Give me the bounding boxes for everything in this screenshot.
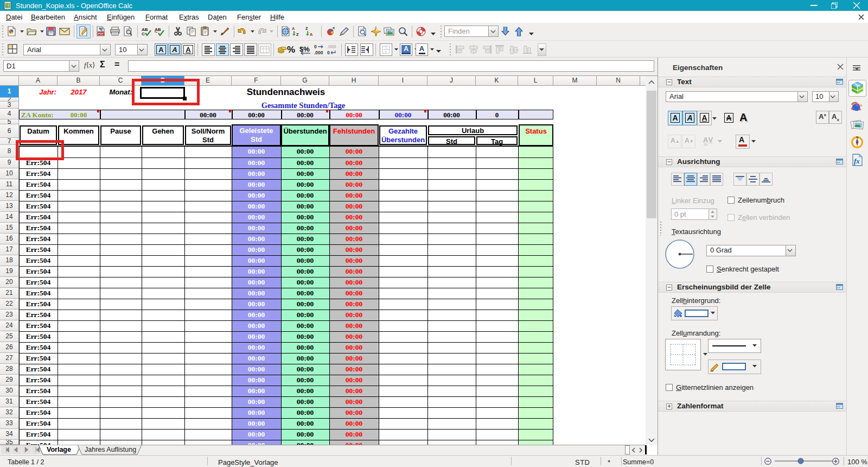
svg-text:Z: Z: [296, 32, 299, 37]
svg-text:fx: fx: [854, 157, 860, 165]
svg-text:N: N: [856, 136, 858, 139]
svg-text:A: A: [292, 26, 295, 31]
svg-text:PDF: PDF: [98, 32, 105, 35]
svg-text:C: C: [142, 31, 145, 36]
svg-text:0: 0: [314, 44, 317, 49]
svg-text:.000: .000: [327, 44, 336, 49]
svg-text:Z: Z: [305, 26, 308, 31]
svg-text:.000: .000: [314, 50, 323, 55]
svg-text:AB: AB: [155, 27, 161, 32]
svg-text:0: 0: [327, 50, 330, 55]
svg-text:x: x: [333, 26, 335, 29]
